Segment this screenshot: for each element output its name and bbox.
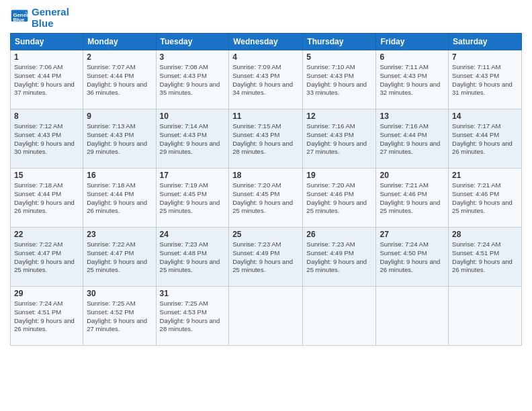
day-number: 9: [87, 111, 152, 121]
day-cell: 26 Sunrise: 7:23 AMSunset: 4:49 PMDaylig…: [303, 228, 376, 287]
weekday-header-monday: Monday: [83, 34, 156, 50]
day-cell: 7 Sunrise: 7:11 AMSunset: 4:43 PMDayligh…: [449, 50, 522, 109]
day-number: 30: [87, 289, 152, 298]
day-number: 1: [14, 52, 79, 62]
weekday-header-friday: Friday: [376, 34, 449, 50]
day-cell: [376, 287, 449, 346]
day-cell: [303, 287, 376, 346]
day-number: 28: [452, 230, 518, 239]
day-number: 27: [380, 230, 445, 239]
day-cell: 24 Sunrise: 7:23 AMSunset: 4:48 PMDaylig…: [156, 228, 229, 287]
day-info: Sunrise: 7:17 AMSunset: 4:44 PMDaylight:…: [452, 122, 518, 156]
day-number: 13: [380, 111, 445, 121]
day-number: 5: [306, 52, 372, 62]
day-cell: 23 Sunrise: 7:22 AMSunset: 4:47 PMDaylig…: [83, 228, 156, 287]
day-cell: 19 Sunrise: 7:20 AMSunset: 4:46 PMDaylig…: [303, 169, 376, 228]
day-cell: 29 Sunrise: 7:24 AMSunset: 4:51 PMDaylig…: [11, 287, 83, 346]
day-info: Sunrise: 7:11 AMSunset: 4:43 PMDaylight:…: [380, 63, 445, 97]
day-number: 21: [452, 171, 518, 180]
weekday-header-row: SundayMondayTuesdayWednesdayThursdayFrid…: [11, 34, 522, 50]
day-cell: 8 Sunrise: 7:12 AMSunset: 4:43 PMDayligh…: [11, 109, 83, 169]
day-cell: 2 Sunrise: 7:07 AMSunset: 4:44 PMDayligh…: [83, 50, 156, 109]
day-cell: 30 Sunrise: 7:25 AMSunset: 4:52 PMDaylig…: [83, 287, 156, 346]
day-number: 17: [160, 171, 226, 180]
day-cell: 21 Sunrise: 7:21 AMSunset: 4:46 PMDaylig…: [449, 169, 522, 228]
weekday-header-wednesday: Wednesday: [229, 34, 303, 50]
day-cell: [449, 287, 522, 346]
day-info: Sunrise: 7:24 AMSunset: 4:51 PMDaylight:…: [14, 300, 79, 334]
week-row-1: 1 Sunrise: 7:06 AMSunset: 4:44 PMDayligh…: [11, 50, 522, 109]
day-number: 26: [306, 230, 372, 239]
day-cell: 18 Sunrise: 7:20 AMSunset: 4:45 PMDaylig…: [229, 169, 303, 228]
day-number: 24: [160, 230, 226, 239]
logo-text: General Blue: [32, 7, 69, 29]
day-info: Sunrise: 7:16 AMSunset: 4:44 PMDaylight:…: [380, 122, 445, 156]
day-info: Sunrise: 7:06 AMSunset: 4:44 PMDaylight:…: [14, 63, 79, 97]
day-cell: 15 Sunrise: 7:18 AMSunset: 4:44 PMDaylig…: [11, 169, 83, 228]
day-number: 7: [452, 52, 518, 62]
day-info: Sunrise: 7:20 AMSunset: 4:46 PMDaylight:…: [306, 181, 372, 216]
day-number: 10: [160, 111, 226, 121]
day-number: 23: [87, 230, 152, 239]
logo: General Blue General Blue: [10, 7, 69, 29]
day-info: Sunrise: 7:13 AMSunset: 4:43 PMDaylight:…: [87, 122, 152, 156]
day-info: Sunrise: 7:14 AMSunset: 4:43 PMDaylight:…: [160, 122, 226, 156]
day-cell: [229, 287, 303, 346]
day-info: Sunrise: 7:07 AMSunset: 4:44 PMDaylight:…: [87, 63, 152, 97]
day-cell: 11 Sunrise: 7:15 AMSunset: 4:43 PMDaylig…: [229, 109, 303, 169]
day-number: 14: [452, 111, 518, 121]
day-cell: 31 Sunrise: 7:25 AMSunset: 4:53 PMDaylig…: [156, 287, 229, 346]
day-number: 22: [14, 230, 79, 239]
header: General Blue General Blue: [10, 7, 522, 29]
day-cell: 14 Sunrise: 7:17 AMSunset: 4:44 PMDaylig…: [449, 109, 522, 169]
day-cell: 9 Sunrise: 7:13 AMSunset: 4:43 PMDayligh…: [83, 109, 156, 169]
day-info: Sunrise: 7:19 AMSunset: 4:45 PMDaylight:…: [160, 181, 226, 216]
day-number: 19: [306, 171, 372, 180]
week-row-3: 15 Sunrise: 7:18 AMSunset: 4:44 PMDaylig…: [11, 169, 522, 228]
day-number: 8: [14, 111, 79, 121]
day-cell: 3 Sunrise: 7:08 AMSunset: 4:43 PMDayligh…: [156, 50, 229, 109]
day-cell: 20 Sunrise: 7:21 AMSunset: 4:46 PMDaylig…: [376, 169, 449, 228]
day-info: Sunrise: 7:22 AMSunset: 4:47 PMDaylight:…: [87, 240, 152, 275]
day-info: Sunrise: 7:08 AMSunset: 4:43 PMDaylight:…: [160, 63, 226, 97]
day-info: Sunrise: 7:25 AMSunset: 4:53 PMDaylight:…: [160, 300, 226, 334]
day-cell: 17 Sunrise: 7:19 AMSunset: 4:45 PMDaylig…: [156, 169, 229, 228]
day-cell: 6 Sunrise: 7:11 AMSunset: 4:43 PMDayligh…: [376, 50, 449, 109]
week-row-5: 29 Sunrise: 7:24 AMSunset: 4:51 PMDaylig…: [11, 287, 522, 346]
day-cell: 27 Sunrise: 7:24 AMSunset: 4:50 PMDaylig…: [376, 228, 449, 287]
day-number: 11: [232, 111, 299, 121]
day-info: Sunrise: 7:18 AMSunset: 4:44 PMDaylight:…: [14, 181, 79, 216]
day-info: Sunrise: 7:21 AMSunset: 4:46 PMDaylight:…: [380, 181, 445, 216]
weekday-header-sunday: Sunday: [11, 34, 83, 50]
day-number: 15: [14, 171, 79, 180]
day-info: Sunrise: 7:11 AMSunset: 4:43 PMDaylight:…: [452, 63, 518, 97]
day-cell: 16 Sunrise: 7:18 AMSunset: 4:44 PMDaylig…: [83, 169, 156, 228]
day-info: Sunrise: 7:21 AMSunset: 4:46 PMDaylight:…: [452, 181, 518, 216]
day-info: Sunrise: 7:12 AMSunset: 4:43 PMDaylight:…: [14, 122, 79, 156]
week-row-4: 22 Sunrise: 7:22 AMSunset: 4:47 PMDaylig…: [11, 228, 522, 287]
logo-icon: General Blue: [10, 9, 29, 28]
day-info: Sunrise: 7:25 AMSunset: 4:52 PMDaylight:…: [87, 300, 152, 334]
day-info: Sunrise: 7:23 AMSunset: 4:49 PMDaylight:…: [306, 240, 372, 275]
day-cell: 12 Sunrise: 7:16 AMSunset: 4:43 PMDaylig…: [303, 109, 376, 169]
day-info: Sunrise: 7:23 AMSunset: 4:49 PMDaylight:…: [232, 240, 299, 275]
day-number: 18: [232, 171, 299, 180]
week-row-2: 8 Sunrise: 7:12 AMSunset: 4:43 PMDayligh…: [11, 109, 522, 169]
day-info: Sunrise: 7:15 AMSunset: 4:43 PMDaylight:…: [232, 122, 299, 156]
weekday-header-tuesday: Tuesday: [156, 34, 229, 50]
day-number: 25: [232, 230, 299, 239]
day-number: 2: [87, 52, 152, 62]
day-number: 16: [87, 171, 152, 180]
weekday-header-thursday: Thursday: [303, 34, 376, 50]
day-number: 29: [14, 289, 79, 298]
day-number: 4: [232, 52, 299, 62]
day-number: 3: [160, 52, 226, 62]
day-info: Sunrise: 7:20 AMSunset: 4:45 PMDaylight:…: [232, 181, 299, 216]
day-cell: 28 Sunrise: 7:24 AMSunset: 4:51 PMDaylig…: [449, 228, 522, 287]
day-number: 6: [380, 52, 445, 62]
day-info: Sunrise: 7:22 AMSunset: 4:47 PMDaylight:…: [14, 240, 79, 275]
day-cell: 22 Sunrise: 7:22 AMSunset: 4:47 PMDaylig…: [11, 228, 83, 287]
day-info: Sunrise: 7:09 AMSunset: 4:43 PMDaylight:…: [232, 63, 299, 97]
svg-text:Blue: Blue: [13, 17, 25, 23]
day-cell: 4 Sunrise: 7:09 AMSunset: 4:43 PMDayligh…: [229, 50, 303, 109]
